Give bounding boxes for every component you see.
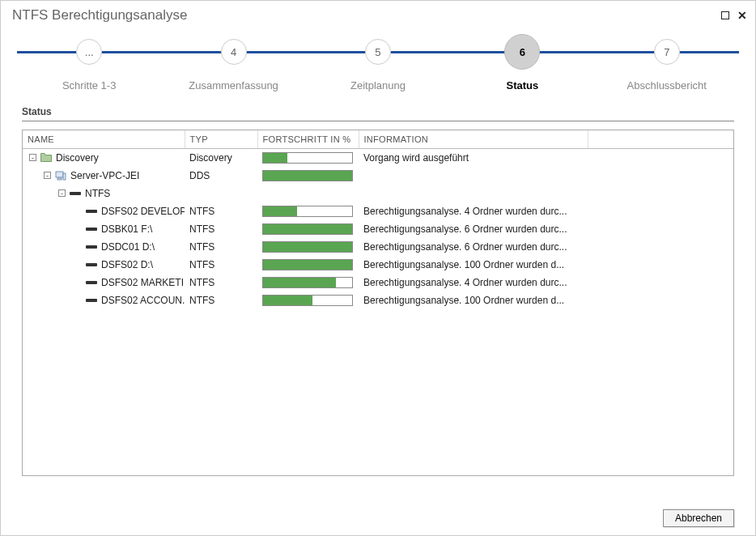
step-label: Abschlussbericht: [627, 79, 707, 91]
svg-rect-6: [86, 245, 97, 249]
step-label: Zusammenfassung: [189, 79, 278, 91]
step-circle: ...: [76, 39, 102, 65]
close-icon[interactable]: ✕: [737, 11, 747, 19]
svg-rect-0: [56, 172, 63, 177]
row-name: DSFS02 DEVELOP...: [101, 206, 185, 217]
cancel-button[interactable]: Abbrechen: [663, 509, 734, 527]
col-header-typ[interactable]: TYP: [185, 130, 257, 149]
row-info: Berechtigungsanalyse. 4 Ordner wurden du…: [359, 202, 588, 220]
row-info: Berechtigungsanalyse. 100 Ordner wurden …: [359, 256, 588, 274]
step-label: Schritte 1-3: [62, 79, 116, 91]
row-type: NTFS: [185, 238, 257, 256]
svg-rect-7: [86, 263, 97, 266]
disk-icon: [85, 297, 98, 304]
disk-icon: [85, 244, 98, 250]
folder-icon: [40, 153, 53, 162]
progress-bar: [262, 152, 353, 164]
row-name: DSFS02 D:\: [101, 259, 153, 270]
row-spare: [588, 291, 733, 309]
wizard-step-4[interactable]: 7Abschlussbericht: [598, 33, 736, 91]
maximize-icon[interactable]: [721, 11, 729, 19]
svg-rect-5: [86, 228, 97, 231]
status-table: NAME TYP FORTSCHRITT IN % INFORMATION -D…: [23, 130, 733, 309]
col-header-progress[interactable]: FORTSCHRITT IN %: [257, 130, 359, 149]
row-spare: [588, 167, 733, 185]
dialog-footer: Abbrechen: [663, 509, 734, 527]
row-spare: [588, 220, 733, 238]
progress-bar: [262, 295, 353, 306]
table-row[interactable]: -DiscoveryDiscoveryVorgang wird ausgefüh…: [23, 149, 733, 167]
step-label: Zeitplanung: [350, 79, 406, 91]
row-progress: [257, 202, 359, 220]
disk-icon: [85, 208, 98, 215]
row-progress: [257, 238, 359, 256]
step-circle: 4: [221, 39, 247, 65]
tree-toggle-icon[interactable]: -: [44, 172, 51, 179]
wizard-stepper: ...Schritte 1-34Zusammenfassung5Zeitplan…: [17, 33, 739, 98]
svg-rect-4: [86, 210, 97, 213]
window-title: NTFS Berechtigungsanalyse: [12, 7, 187, 23]
col-header-spare[interactable]: [588, 130, 733, 149]
wizard-step-3[interactable]: 6Status: [453, 33, 591, 91]
table-row[interactable]: DSDC01 D:\NTFSBerechtigungsanalyse. 6 Or…: [23, 238, 733, 256]
row-progress: [257, 149, 359, 167]
row-type: NTFS: [185, 274, 257, 291]
progress-bar: [262, 241, 353, 253]
table-row[interactable]: DSFS02 ACCOUN...NTFSBerechtigungsanalyse…: [23, 291, 733, 309]
progress-bar: [262, 277, 353, 288]
progress-bar: [262, 223, 353, 235]
server-icon: [54, 171, 67, 181]
section-divider: [22, 121, 734, 121]
row-info: Berechtigungsanalyse. 100 Ordner wurden …: [359, 291, 588, 309]
row-type: NTFS: [185, 256, 257, 274]
row-progress: [257, 185, 359, 202]
table-header-row: NAME TYP FORTSCHRITT IN % INFORMATION: [23, 130, 733, 149]
progress-bar: [262, 170, 353, 181]
tree-toggle-icon[interactable]: -: [58, 189, 66, 197]
table-row[interactable]: -NTFS: [23, 185, 733, 202]
table-row[interactable]: DSFS02 D:\NTFSBerechtigungsanalyse. 100 …: [23, 256, 733, 274]
row-progress: [257, 274, 359, 291]
row-name: Server-VPC-JEI: [70, 170, 139, 181]
disk-icon: [85, 226, 98, 232]
row-name: Discovery: [56, 152, 99, 164]
step-circle: 6: [504, 34, 540, 70]
svg-rect-8: [86, 281, 97, 284]
row-progress: [257, 291, 359, 309]
row-type: Discovery: [185, 149, 257, 167]
row-type: DDS: [185, 167, 257, 185]
step-label: Status: [506, 79, 538, 91]
row-progress: [257, 220, 359, 238]
row-name: DSFS02 ACCOUN...: [101, 295, 185, 306]
row-progress: [257, 167, 359, 185]
section-title: Status: [22, 106, 734, 117]
row-spare: [588, 274, 733, 291]
wizard-step-0[interactable]: ...Schritte 1-3: [20, 33, 158, 91]
disk-icon: [69, 190, 82, 197]
row-info: Berechtigungsanalyse. 6 Ordner wurden du…: [359, 238, 588, 256]
row-type: NTFS: [185, 202, 257, 220]
table-row[interactable]: -Server-VPC-JEIDDS: [23, 167, 733, 185]
row-spare: [588, 256, 733, 274]
window-controls: ✕: [721, 11, 747, 19]
table-row[interactable]: DSBK01 F:\NTFSBerechtigungsanalyse. 6 Or…: [23, 220, 733, 238]
row-type: [185, 185, 257, 202]
row-info: Berechtigungsanalyse. 6 Ordner wurden du…: [359, 220, 588, 238]
table-row[interactable]: DSFS02 MARKETI...NTFSBerechtigungsanalys…: [23, 274, 733, 291]
svg-rect-3: [70, 192, 81, 195]
tree-toggle-icon[interactable]: -: [29, 154, 36, 161]
step-circle: 7: [654, 39, 680, 65]
disk-icon: [85, 262, 98, 268]
progress-bar: [262, 206, 353, 217]
col-header-info[interactable]: INFORMATION: [359, 130, 588, 149]
step-circle: 5: [365, 39, 391, 65]
row-info: [359, 167, 588, 185]
wizard-step-2[interactable]: 5Zeitplanung: [309, 33, 447, 91]
svg-rect-2: [63, 173, 66, 180]
row-name: DSBK01 F:\: [101, 223, 152, 235]
progress-bar: [262, 259, 353, 270]
row-spare: [588, 149, 733, 167]
col-header-name[interactable]: NAME: [23, 130, 185, 149]
table-row[interactable]: DSFS02 DEVELOP...NTFSBerechtigungsanalys…: [23, 202, 733, 220]
wizard-step-1[interactable]: 4Zusammenfassung: [165, 33, 303, 91]
